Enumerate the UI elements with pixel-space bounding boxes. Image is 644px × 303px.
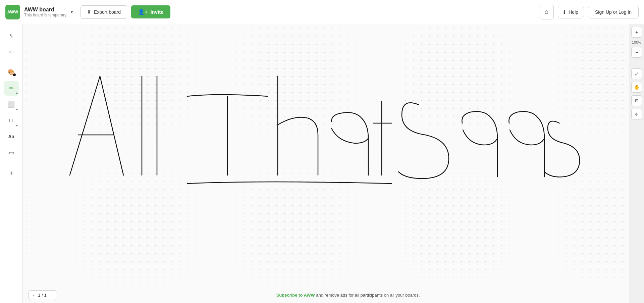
prev-page-icon: ‹ (33, 293, 35, 298)
send-icon: ✈ (635, 112, 639, 117)
undo-tool[interactable]: ↩ (4, 44, 19, 59)
note-tool[interactable]: ▭ (4, 145, 19, 160)
zoom-in-button[interactable]: + (631, 27, 642, 38)
color-tool[interactable]: 🎨 (4, 65, 19, 80)
select-area-icon: ⊡ (635, 98, 638, 103)
invite-button[interactable]: 👤+ Invite (131, 5, 170, 18)
select-icon: ↖ (9, 33, 13, 39)
text-tool[interactable]: Aa (4, 129, 19, 144)
export-icon: ⬇ (87, 9, 91, 15)
add-tool[interactable]: + (4, 166, 19, 181)
header: AWW AWW board This board is temporary ▼ … (0, 0, 644, 24)
shape-tool[interactable]: □ ▶ (4, 113, 19, 128)
board-title: AWW board (24, 7, 66, 13)
toolbar-divider-2 (6, 163, 17, 163)
handwriting-svg (23, 24, 629, 303)
select-area-button[interactable]: ⊡ (631, 95, 642, 106)
footer-post-text: and remove ads for all participants on a… (316, 293, 420, 298)
info-icon: ℹ (564, 9, 565, 15)
zoom-in-icon: + (635, 30, 638, 35)
undo-icon: ↩ (9, 49, 13, 55)
export-label: Export board (94, 9, 121, 15)
left-toolbar: ↖ ↩ 🎨 ✏ ▶ ⬜ ▶ □ ▶ Aa ▭ + (0, 24, 23, 303)
eraser-icon: ⬜ (8, 101, 15, 108)
home-button[interactable]: ⌂ (539, 5, 554, 19)
eraser-tool[interactable]: ⬜ ▶ (4, 97, 19, 112)
subscribe-link[interactable]: Subscribe to AWW (276, 293, 315, 298)
app-logo[interactable]: AWW (5, 5, 20, 19)
board-info[interactable]: AWW board This board is temporary ▼ (24, 7, 74, 17)
pen-sub-arrow: ▶ (16, 92, 18, 95)
help-label: Help (569, 9, 578, 15)
invite-label: Invite (150, 9, 163, 15)
canvas-area[interactable] (23, 24, 629, 303)
send-button[interactable]: ✈ (631, 109, 642, 119)
home-icon: ⌂ (545, 8, 548, 15)
board-dropdown-icon[interactable]: ▼ (70, 10, 74, 14)
next-page-button[interactable]: + (49, 293, 53, 298)
bottom-bar: ‹ 1 / 1 + Subscribe to AWW and remove ad… (23, 287, 644, 303)
export-button[interactable]: ⬇ Export board (80, 5, 127, 19)
shape-sub-arrow: ▶ (16, 124, 18, 127)
eraser-sub-arrow: ▶ (16, 108, 18, 111)
footer-text: Subscribe to AWW and remove ads for all … (57, 293, 639, 298)
toolbar-divider-1 (6, 62, 17, 62)
select-tool[interactable]: ↖ (4, 28, 19, 43)
note-icon: ▭ (9, 149, 14, 156)
canvas-drawing (23, 24, 629, 303)
zoom-out-button[interactable]: − (631, 47, 642, 58)
header-right: ⌂ ℹ Help Sign Up or Log In (539, 5, 639, 19)
pen-icon: ✏ (9, 85, 14, 92)
board-title-wrap: AWW board This board is temporary (24, 7, 66, 17)
fullscreen-icon: ⤢ (635, 71, 639, 77)
page-navigation: ‹ 1 / 1 + (28, 290, 57, 300)
zoom-out-icon: − (635, 50, 638, 55)
board-subtitle: This board is temporary (24, 13, 66, 17)
help-button[interactable]: ℹ Help (558, 6, 584, 18)
zoom-level: 100% (630, 40, 643, 44)
pan-button[interactable]: ✋ (631, 82, 642, 93)
signup-button[interactable]: Sign Up or Log In (588, 6, 639, 18)
logo-text: AWW (7, 9, 18, 14)
pen-tool[interactable]: ✏ ▶ (4, 81, 19, 96)
shape-icon: □ (9, 117, 13, 124)
add-icon: + (9, 169, 13, 177)
fullscreen-button[interactable]: ⤢ (631, 68, 642, 79)
page-indicator: 1 / 1 (38, 293, 46, 298)
page-current: 1 (38, 293, 40, 298)
color-icon: 🎨 (8, 69, 15, 76)
signup-label: Sign Up or Log In (595, 9, 632, 15)
prev-page-button[interactable]: ‹ (33, 293, 35, 298)
right-controls: + 100% − ⤢ ✋ ⊡ ✈ (629, 24, 644, 122)
page-total: 1 (44, 293, 46, 298)
text-icon: Aa (8, 134, 14, 139)
pan-icon: ✋ (634, 85, 640, 90)
invite-icon: 👤+ (138, 9, 148, 15)
next-page-icon: + (50, 293, 53, 298)
